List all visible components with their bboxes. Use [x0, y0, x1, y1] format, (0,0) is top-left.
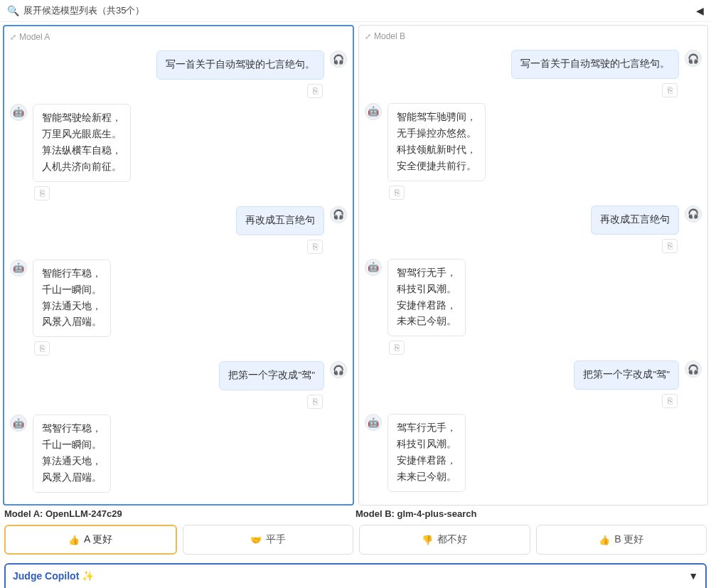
- bot-message: 🤖 智能驾驶绘新程， 万里风光眼底生。 算法纵横车自稳， 人机共济向前征。: [10, 104, 347, 182]
- copy-icon[interactable]: ⎘: [389, 186, 405, 200]
- message-bubble: 驾车行无手， 科技引风潮。 安捷伴君路， 未来已今朝。: [387, 414, 466, 492]
- message-bubble: 智驾行无手， 科技引风潮。 安捷伴君路， 未来已今朝。: [387, 259, 466, 337]
- copy-icon[interactable]: ⎘: [662, 83, 678, 97]
- user-avatar-icon: 🎧: [685, 50, 702, 67]
- judge-header: Judge Copilot ✨ ▼: [13, 570, 698, 582]
- copy-icon[interactable]: ⎘: [34, 186, 50, 201]
- vote-row: 👍 A 更好 🤝 平手 👎 都不好 👍 B 更好: [0, 522, 711, 557]
- expand-models-label[interactable]: 展开候选模型列表（共35个）: [23, 4, 144, 17]
- copy-icon[interactable]: ⎘: [34, 341, 50, 356]
- bot-message: 🤖 智能行车稳， 千山一瞬间。 算法通天地， 风景入眉端。: [10, 260, 347, 338]
- message-bubble: 智能行车稳， 千山一瞬间。 算法通天地， 风景入眉端。: [33, 260, 111, 338]
- bot-message: 🤖 智能驾车驰骋间， 无手操控亦悠然。 科技领航新时代， 安全便捷共前行。: [365, 103, 702, 181]
- copy-icon[interactable]: ⎘: [662, 239, 678, 253]
- top-bar: 🔍 展开候选模型列表（共35个） ◀: [0, 0, 711, 22]
- message-bubble: 把第一个字改成"驾": [574, 360, 679, 390]
- vote-a-better-button[interactable]: 👍 A 更好: [4, 525, 177, 555]
- collapse-caret-icon[interactable]: ◀: [696, 5, 704, 16]
- message-bubble: 驾智行车稳， 千山一瞬间。 算法通天地， 风景入眉端。: [33, 415, 111, 493]
- message-bubble: 写一首关于自动驾驶的七言绝句。: [511, 50, 679, 79]
- user-message: 写一首关于自动驾驶的七言绝句。 🎧: [365, 50, 702, 79]
- vote-both-bad-button[interactable]: 👎 都不好: [359, 525, 530, 555]
- user-message: 再改成五言绝句 🎧: [10, 206, 347, 235]
- user-avatar-icon: 🎧: [685, 205, 702, 223]
- user-message: 把第一个字改成"驾" 🎧: [10, 361, 347, 390]
- expand-icon[interactable]: ⤢: [10, 33, 16, 42]
- user-avatar-icon: 🎧: [330, 361, 347, 378]
- message-bubble: 智能驾车驰骋间， 无手操控亦悠然。 科技领航新时代， 安全便捷共前行。: [387, 103, 486, 181]
- panel-a-header: ⤢ Model A: [10, 31, 347, 46]
- bot-avatar-icon: 🤖: [365, 259, 382, 276]
- panel-a-title: Model A: [19, 32, 50, 42]
- bot-avatar-icon: 🤖: [365, 103, 382, 120]
- model-labels: Model A: OpenLLM-247c29 Model B: glm-4-p…: [0, 506, 711, 522]
- user-message: 把第一个字改成"驾" 🎧: [365, 360, 702, 390]
- copy-icon[interactable]: ⎘: [662, 394, 678, 408]
- user-message: 写一首关于自动驾驶的七言绝句。 🎧: [10, 50, 347, 80]
- bot-message: 🤖 驾车行无手， 科技引风潮。 安捷伴君路， 未来已今朝。: [365, 414, 702, 492]
- vote-b-better-button[interactable]: 👍 B 更好: [536, 525, 707, 555]
- user-message: 再改成五言绝句 🎧: [365, 205, 702, 235]
- user-avatar-icon: 🎧: [330, 50, 347, 68]
- copy-icon[interactable]: ⎘: [307, 240, 323, 254]
- message-bubble: 再改成五言绝句: [236, 206, 324, 235]
- message-bubble: 智能驾驶绘新程， 万里风光眼底生。 算法纵横车自稳， 人机共济向前征。: [33, 104, 131, 182]
- message-bubble: 写一首关于自动驾驶的七言绝句。: [156, 50, 324, 80]
- compare-row: ⤢ Model A 写一首关于自动驾驶的七言绝句。 🎧 ⎘ 🤖 智能驾驶绘新程，…: [0, 22, 711, 506]
- sparkle-icon: ✨: [82, 570, 94, 582]
- copy-icon[interactable]: ⎘: [307, 84, 323, 98]
- user-avatar-icon: 🎧: [330, 206, 347, 223]
- bot-avatar-icon: 🤖: [365, 414, 382, 431]
- bot-message: 🤖 智驾行无手， 科技引风潮。 安捷伴君路， 未来已今朝。: [365, 259, 702, 337]
- bot-avatar-icon: 🤖: [10, 415, 27, 432]
- panel-b-header: ⤢ Model B: [365, 30, 702, 46]
- message-bubble: 再改成五言绝句: [591, 205, 679, 235]
- user-avatar-icon: 🎧: [685, 360, 702, 378]
- search-icon: 🔍: [7, 5, 19, 16]
- panel-b-title: Model B: [374, 31, 405, 41]
- handshake-icon: 🤝: [250, 535, 262, 545]
- judge-title: Judge Copilot: [13, 570, 79, 582]
- bot-avatar-icon: 🤖: [10, 260, 27, 277]
- panel-model-b: ⤢ Model B 写一首关于自动驾驶的七言绝句。 🎧 ⎘ 🤖 智能驾车驰骋间，…: [358, 25, 708, 506]
- copy-icon[interactable]: ⎘: [389, 341, 405, 355]
- thumbs-up-icon: 👍: [599, 535, 610, 545]
- judge-copilot-panel: Judge Copilot ✨ ▼ ⎘ 【分析】 从指令遵从程度来看，两个模型都…: [4, 563, 707, 588]
- bot-message: 🤖 驾智行车稳， 千山一瞬间。 算法通天地， 风景入眉端。: [10, 415, 347, 493]
- thumbs-down-icon: 👎: [422, 535, 433, 545]
- panel-model-a: ⤢ Model A 写一首关于自动驾驶的七言绝句。 🎧 ⎘ 🤖 智能驾驶绘新程，…: [3, 25, 354, 506]
- bot-avatar-icon: 🤖: [10, 104, 27, 121]
- copy-icon[interactable]: ⎘: [307, 395, 323, 409]
- model-b-label: Model B: glm-4-plus-search: [356, 508, 707, 519]
- collapse-judge-icon[interactable]: ▼: [688, 570, 698, 582]
- message-bubble: 把第一个字改成"驾": [219, 361, 324, 390]
- expand-icon[interactable]: ⤢: [365, 32, 371, 41]
- model-a-label: Model A: OpenLLM-247c29: [4, 508, 356, 519]
- vote-tie-button[interactable]: 🤝 平手: [183, 525, 354, 555]
- thumbs-up-icon: 👍: [68, 535, 80, 545]
